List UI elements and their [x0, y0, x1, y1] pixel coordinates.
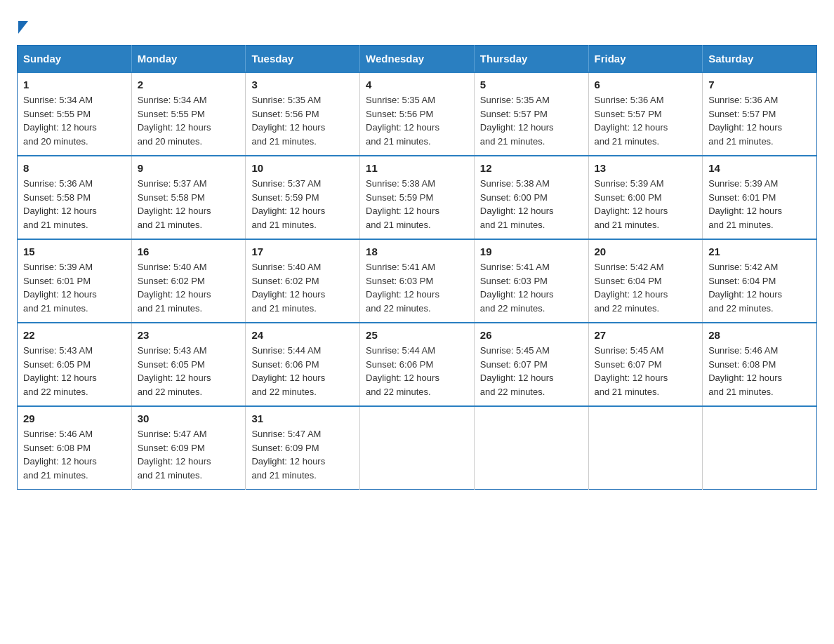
day-number: 9 — [138, 162, 240, 174]
calendar-cell: 12 Sunrise: 5:38 AMSunset: 6:00 PMDaylig… — [474, 156, 588, 239]
header-tuesday: Tuesday — [246, 46, 360, 73]
calendar-cell: 5 Sunrise: 5:35 AMSunset: 5:57 PMDayligh… — [474, 72, 588, 156]
calendar-cell: 22 Sunrise: 5:43 AMSunset: 6:05 PMDaylig… — [18, 323, 132, 406]
calendar-cell: 3 Sunrise: 5:35 AMSunset: 5:56 PMDayligh… — [246, 72, 360, 156]
day-info: Sunrise: 5:45 AMSunset: 6:07 PMDaylight:… — [595, 344, 697, 398]
day-info: Sunrise: 5:46 AMSunset: 6:08 PMDaylight:… — [23, 427, 126, 482]
day-number: 8 — [23, 162, 126, 174]
logo — [17, 17, 28, 31]
day-number: 10 — [251, 162, 354, 174]
day-number: 7 — [708, 79, 811, 90]
day-number: 28 — [708, 329, 811, 341]
day-info: Sunrise: 5:36 AMSunset: 5:57 PMDaylight:… — [708, 93, 811, 148]
day-info: Sunrise: 5:43 AMSunset: 6:05 PMDaylight:… — [138, 344, 240, 398]
day-number: 6 — [595, 79, 697, 90]
day-number: 12 — [480, 162, 583, 174]
day-info: Sunrise: 5:39 AMSunset: 6:01 PMDaylight:… — [23, 260, 126, 315]
day-number: 23 — [138, 329, 240, 341]
calendar-week-row: 29 Sunrise: 5:46 AMSunset: 6:08 PMDaylig… — [18, 406, 817, 490]
day-info: Sunrise: 5:44 AMSunset: 6:06 PMDaylight:… — [251, 344, 354, 398]
calendar-cell — [360, 406, 475, 490]
calendar-cell: 11 Sunrise: 5:38 AMSunset: 5:59 PMDaylig… — [360, 156, 475, 239]
calendar-cell: 15 Sunrise: 5:39 AMSunset: 6:01 PMDaylig… — [18, 239, 132, 323]
calendar-cell: 10 Sunrise: 5:37 AMSunset: 5:59 PMDaylig… — [246, 156, 360, 239]
calendar-cell: 1 Sunrise: 5:34 AMSunset: 5:55 PMDayligh… — [18, 72, 132, 156]
calendar-cell: 31 Sunrise: 5:47 AMSunset: 6:09 PMDaylig… — [246, 406, 360, 490]
day-info: Sunrise: 5:47 AMSunset: 6:09 PMDaylight:… — [251, 427, 354, 482]
logo-arrow-icon — [18, 21, 28, 34]
day-info: Sunrise: 5:39 AMSunset: 6:01 PMDaylight:… — [708, 177, 811, 232]
calendar-cell: 26 Sunrise: 5:45 AMSunset: 6:07 PMDaylig… — [474, 323, 588, 406]
day-number: 17 — [251, 246, 354, 257]
day-number: 19 — [480, 246, 583, 257]
day-info: Sunrise: 5:41 AMSunset: 6:03 PMDaylight:… — [480, 260, 583, 315]
calendar-cell: 8 Sunrise: 5:36 AMSunset: 5:58 PMDayligh… — [18, 156, 132, 239]
calendar-week-row: 8 Sunrise: 5:36 AMSunset: 5:58 PMDayligh… — [18, 156, 817, 239]
day-number: 22 — [23, 329, 126, 341]
day-number: 3 — [251, 79, 354, 90]
day-number: 18 — [366, 246, 468, 257]
day-info: Sunrise: 5:40 AMSunset: 6:02 PMDaylight:… — [138, 260, 240, 315]
day-info: Sunrise: 5:41 AMSunset: 6:03 PMDaylight:… — [366, 260, 468, 315]
day-info: Sunrise: 5:45 AMSunset: 6:07 PMDaylight:… — [480, 344, 583, 398]
day-number: 20 — [595, 246, 697, 257]
day-number: 16 — [138, 246, 240, 257]
calendar-cell: 18 Sunrise: 5:41 AMSunset: 6:03 PMDaylig… — [360, 239, 475, 323]
day-number: 29 — [23, 412, 126, 424]
day-number: 15 — [23, 246, 126, 257]
day-info: Sunrise: 5:35 AMSunset: 5:56 PMDaylight:… — [251, 93, 354, 148]
calendar-header-row: SundayMondayTuesdayWednesdayThursdayFrid… — [18, 46, 817, 73]
day-number: 31 — [251, 412, 354, 424]
day-number: 4 — [366, 79, 468, 90]
day-number: 11 — [366, 162, 468, 174]
header-thursday: Thursday — [474, 46, 588, 73]
day-info: Sunrise: 5:36 AMSunset: 5:57 PMDaylight:… — [595, 93, 697, 148]
day-info: Sunrise: 5:35 AMSunset: 5:56 PMDaylight:… — [366, 93, 468, 148]
day-number: 25 — [366, 329, 468, 341]
calendar-cell — [474, 406, 588, 490]
calendar-cell: 21 Sunrise: 5:42 AMSunset: 6:04 PMDaylig… — [703, 239, 817, 323]
day-number: 26 — [480, 329, 583, 341]
day-number: 1 — [23, 79, 126, 90]
calendar-cell: 30 Sunrise: 5:47 AMSunset: 6:09 PMDaylig… — [131, 406, 246, 490]
calendar-cell: 20 Sunrise: 5:42 AMSunset: 6:04 PMDaylig… — [588, 239, 703, 323]
day-info: Sunrise: 5:44 AMSunset: 6:06 PMDaylight:… — [366, 344, 468, 398]
calendar-cell: 7 Sunrise: 5:36 AMSunset: 5:57 PMDayligh… — [703, 72, 817, 156]
calendar-cell: 9 Sunrise: 5:37 AMSunset: 5:58 PMDayligh… — [131, 156, 246, 239]
header-monday: Monday — [131, 46, 246, 73]
day-number: 30 — [138, 412, 240, 424]
day-info: Sunrise: 5:36 AMSunset: 5:58 PMDaylight:… — [23, 177, 126, 232]
day-number: 21 — [708, 246, 811, 257]
header-wednesday: Wednesday — [360, 46, 475, 73]
day-info: Sunrise: 5:37 AMSunset: 5:59 PMDaylight:… — [251, 177, 354, 232]
day-info: Sunrise: 5:47 AMSunset: 6:09 PMDaylight:… — [138, 427, 240, 482]
calendar-cell: 6 Sunrise: 5:36 AMSunset: 5:57 PMDayligh… — [588, 72, 703, 156]
calendar-week-row: 22 Sunrise: 5:43 AMSunset: 6:05 PMDaylig… — [18, 323, 817, 406]
calendar-cell: 2 Sunrise: 5:34 AMSunset: 5:55 PMDayligh… — [131, 72, 246, 156]
header-sunday: Sunday — [18, 46, 132, 73]
day-number: 13 — [595, 162, 697, 174]
calendar-cell: 24 Sunrise: 5:44 AMSunset: 6:06 PMDaylig… — [246, 323, 360, 406]
day-info: Sunrise: 5:38 AMSunset: 6:00 PMDaylight:… — [480, 177, 583, 232]
calendar-cell: 17 Sunrise: 5:40 AMSunset: 6:02 PMDaylig… — [246, 239, 360, 323]
calendar-cell: 14 Sunrise: 5:39 AMSunset: 6:01 PMDaylig… — [703, 156, 817, 239]
header-friday: Friday — [588, 46, 703, 73]
calendar-cell: 23 Sunrise: 5:43 AMSunset: 6:05 PMDaylig… — [131, 323, 246, 406]
day-info: Sunrise: 5:39 AMSunset: 6:00 PMDaylight:… — [595, 177, 697, 232]
calendar-cell: 13 Sunrise: 5:39 AMSunset: 6:00 PMDaylig… — [588, 156, 703, 239]
calendar-cell: 4 Sunrise: 5:35 AMSunset: 5:56 PMDayligh… — [360, 72, 475, 156]
day-number: 5 — [480, 79, 583, 90]
day-number: 2 — [138, 79, 240, 90]
calendar-cell: 25 Sunrise: 5:44 AMSunset: 6:06 PMDaylig… — [360, 323, 475, 406]
calendar-cell: 27 Sunrise: 5:45 AMSunset: 6:07 PMDaylig… — [588, 323, 703, 406]
day-number: 14 — [708, 162, 811, 174]
header-saturday: Saturday — [703, 46, 817, 73]
day-number: 27 — [595, 329, 697, 341]
day-info: Sunrise: 5:37 AMSunset: 5:58 PMDaylight:… — [138, 177, 240, 232]
calendar-cell: 28 Sunrise: 5:46 AMSunset: 6:08 PMDaylig… — [703, 323, 817, 406]
calendar-week-row: 1 Sunrise: 5:34 AMSunset: 5:55 PMDayligh… — [18, 72, 817, 156]
day-info: Sunrise: 5:34 AMSunset: 5:55 PMDaylight:… — [138, 93, 240, 148]
calendar-cell — [703, 406, 817, 490]
day-info: Sunrise: 5:43 AMSunset: 6:05 PMDaylight:… — [23, 344, 126, 398]
calendar-cell: 29 Sunrise: 5:46 AMSunset: 6:08 PMDaylig… — [18, 406, 132, 490]
